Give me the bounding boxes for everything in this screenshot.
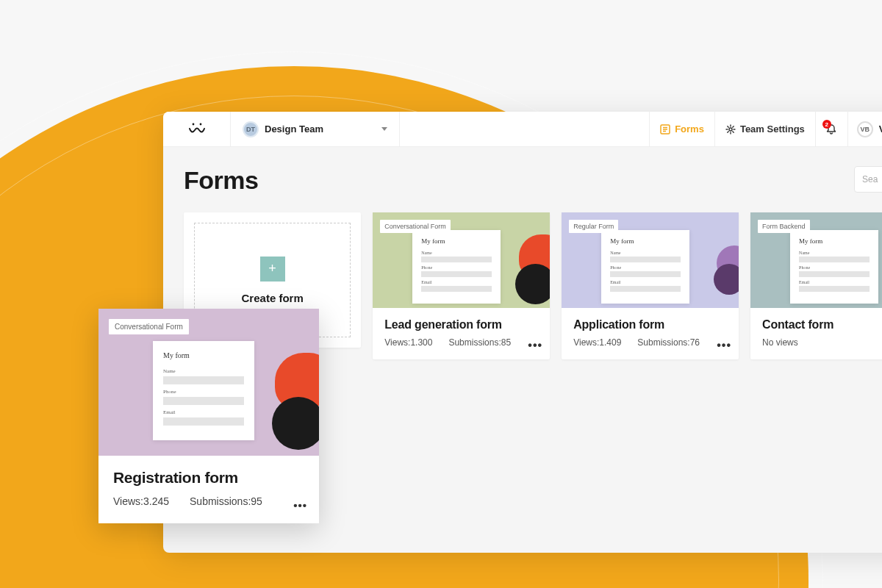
logo-icon bbox=[189, 123, 205, 136]
team-avatar: DT bbox=[243, 121, 259, 137]
form-preview: My form Name Phone Email bbox=[412, 230, 501, 304]
form-title: Lead generation form bbox=[384, 318, 538, 331]
form-card[interactable]: Form Backend My form Name Phone Email Co… bbox=[750, 212, 882, 359]
form-stats: Views:1.409Submissions:76 bbox=[573, 337, 727, 348]
svg-point-1 bbox=[199, 123, 201, 125]
forms-icon bbox=[660, 124, 670, 135]
form-type-badge: Conversational Form bbox=[380, 220, 451, 233]
form-card[interactable]: Regular Form My form Name Phone Email Ap… bbox=[562, 212, 739, 359]
form-type-badge: Conversational Form bbox=[109, 319, 189, 334]
caret-down-icon bbox=[381, 127, 387, 131]
form-stats: No views bbox=[762, 337, 882, 348]
form-card[interactable]: Conversational Form My form Name Phone E… bbox=[373, 212, 550, 359]
form-preview: My form Name Phone Email bbox=[153, 341, 254, 440]
create-form-label: Create form bbox=[242, 292, 304, 304]
form-title: Application form bbox=[573, 318, 727, 331]
plus-icon: + bbox=[260, 257, 285, 282]
more-icon[interactable]: ••• bbox=[717, 339, 731, 352]
nav-forms[interactable]: Forms bbox=[649, 112, 714, 146]
topbar: DT Design Team Forms Team Settings 2 bbox=[163, 112, 882, 147]
svg-point-0 bbox=[192, 123, 194, 125]
form-title: Contact form bbox=[762, 318, 882, 331]
search-input[interactable]: Sea bbox=[854, 166, 882, 193]
form-type-badge: Regular Form bbox=[569, 220, 618, 233]
form-stats: Views:1.300Submissions:85 bbox=[384, 337, 538, 348]
notification-badge: 2 bbox=[822, 120, 831, 129]
form-title: Registration form bbox=[113, 469, 304, 487]
form-type-badge: Form Backend bbox=[758, 220, 810, 233]
page-title: Forms bbox=[184, 166, 882, 195]
svg-point-6 bbox=[729, 128, 732, 131]
featured-form-card[interactable]: Conversational Form My form Name Phone E… bbox=[98, 309, 319, 523]
team-selector[interactable]: DT Design Team bbox=[231, 112, 400, 146]
user-name: Veronica bbox=[879, 123, 882, 135]
app-logo[interactable] bbox=[163, 112, 231, 146]
form-preview: My form Name Phone Email bbox=[790, 230, 878, 304]
more-icon[interactable]: ••• bbox=[528, 339, 542, 352]
gear-icon bbox=[725, 124, 736, 135]
user-menu[interactable]: VB Veronica bbox=[847, 112, 882, 146]
user-avatar: VB bbox=[857, 121, 873, 137]
nav-team-settings-label: Team Settings bbox=[740, 123, 805, 135]
nav-team-settings[interactable]: Team Settings bbox=[714, 112, 815, 146]
team-name: Design Team bbox=[265, 123, 376, 135]
notifications-button[interactable]: 2 bbox=[815, 112, 847, 146]
form-preview: My form Name Phone Email bbox=[601, 230, 689, 304]
form-stats: Views:3.245Submissions:95 bbox=[113, 495, 304, 507]
nav-forms-label: Forms bbox=[675, 123, 704, 135]
more-icon[interactable]: ••• bbox=[293, 499, 307, 512]
